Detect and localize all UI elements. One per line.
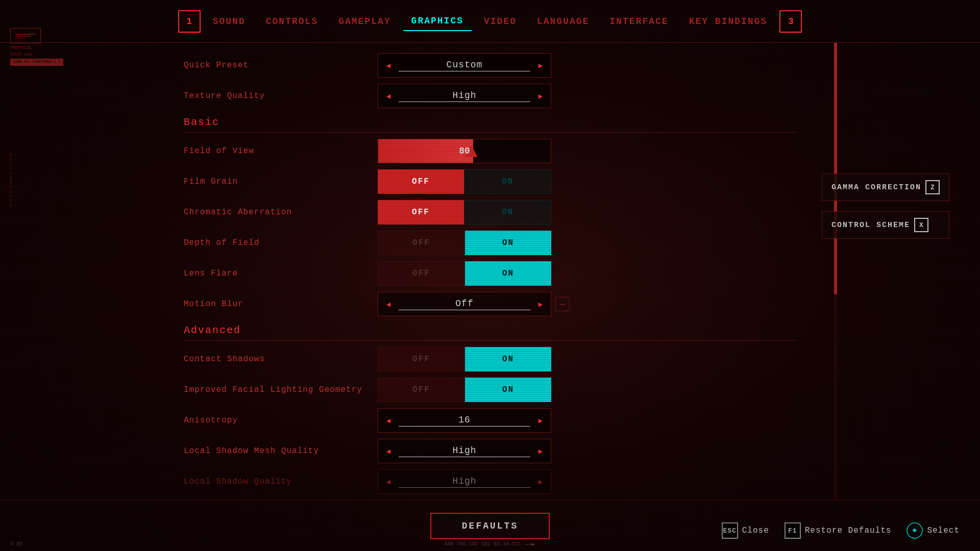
chromatic-aberration-label: Chromatic Aberration [184,208,378,217]
depth-of-field-on[interactable]: ON [465,231,551,255]
anisotropy-row: Anisotropy ◀ 16 ▶ [184,408,796,433]
shadow-mesh-quality-selector[interactable]: ◀ High ▶ [378,439,551,463]
motion-blur-label: Motion Blur [184,299,378,309]
motion-blur-prev[interactable]: ◀ [378,292,399,316]
fov-value: 80 [378,146,551,156]
quick-preset-prev[interactable]: ◀ [378,54,399,77]
gamma-correction-key: Z [925,180,940,194]
quick-preset-row: Quick Preset ◀ Custom ▶ [184,53,796,78]
anisotropy-next[interactable]: ▶ [530,409,551,432]
nav-bracket-right: 3 [779,10,802,33]
shadow-mesh-quality-row: Local Shadow Mesh Quality ◀ High ▶ [184,439,796,463]
film-grain-off[interactable]: OFF [378,169,464,194]
texture-quality-prev[interactable]: ◀ [378,84,399,108]
quick-preset-selector[interactable]: ◀ Custom ▶ [378,53,551,78]
lens-flare-off[interactable]: OFF [378,261,465,286]
facial-lighting-toggle[interactable]: OFF ON [378,378,551,402]
contact-shadows-toggle[interactable]: OFF ON [378,347,551,371]
shadow-quality-control: ◀ High ▶ [378,469,796,494]
lens-flare-control: OFF ON [378,261,796,286]
nav-item-interface[interactable]: INTERFACE [601,12,676,31]
shadow-mesh-quality-value: High [399,445,530,457]
film-grain-toggle[interactable]: OFF ON [378,169,551,194]
svg-rect-2 [15,38,26,39]
select-action[interactable]: ● Select [906,522,960,539]
defaults-button[interactable]: DEFAULTS [430,513,550,539]
fov-row: Field of View 80 [184,139,796,163]
film-grain-on[interactable]: ON [464,169,551,194]
lens-flare-row: Lens Flare OFF ON [184,261,796,286]
action-bar: ESC Close F1 Restore Defaults ● Select [722,510,960,551]
chromatic-aberration-on[interactable]: ON [464,200,551,224]
bottom-center-text: ARR 700 CRC 101 69.10.021 [445,541,521,547]
select-label: Select [927,526,960,535]
left-decoration [10,153,11,500]
facial-lighting-on[interactable]: ON [465,378,551,402]
chromatic-aberration-off[interactable]: OFF [378,200,464,224]
chromatic-aberration-toggle[interactable]: OFF ON [378,200,551,224]
fov-control: 80 [378,139,796,163]
quick-preset-next[interactable]: ▶ [530,54,551,77]
contact-shadows-off[interactable]: OFF [378,347,465,371]
logo-badge: CONN.SEC.CONFIRMED.1.2 [10,59,63,66]
basic-section-header: Basic [184,116,796,133]
shadow-mesh-quality-next[interactable]: ▶ [530,439,551,463]
close-action[interactable]: ESC Close [722,522,769,539]
motion-blur-control: ◀ Off ▶ — [378,292,796,316]
nav-bracket-left: 1 [178,10,201,33]
lens-flare-label: Lens Flare [184,269,378,278]
advanced-section-header: Advanced [184,324,796,341]
fov-slider[interactable]: 80 [378,139,551,163]
minimize-button[interactable]: — [555,297,570,311]
film-grain-control: OFF ON [378,169,796,194]
logo-area: PROTOCOL 6320-A46 CONN.SEC.CONFIRMED.1.2 [10,28,63,66]
nav-item-video[interactable]: VIDEO [476,12,525,31]
contact-shadows-on[interactable]: ON [465,347,551,371]
control-scheme-button[interactable]: CONTROL SCHEME X [822,211,949,239]
shadow-quality-prev[interactable]: ◀ [378,470,399,493]
anisotropy-selector[interactable]: ◀ 16 ▶ [378,408,551,433]
lens-flare-on[interactable]: ON [465,261,551,286]
quick-preset-control: ◀ Custom ▶ [378,53,796,78]
shadow-quality-label: Local Shadow Quality [184,477,378,486]
esc-key: ESC [722,522,738,539]
nav-item-keybindings[interactable]: KEY BINDINGS [681,12,776,31]
depth-of-field-toggle[interactable]: OFF ON [378,231,551,255]
nav-item-controls[interactable]: CONTROLS [258,12,326,31]
scrollbar-track [834,43,837,500]
depth-of-field-off[interactable]: OFF [378,231,465,255]
shadow-quality-selector[interactable]: ◀ High ▶ [378,469,551,494]
restore-defaults-label: Restore Defaults [805,526,892,535]
motion-blur-value: Off [399,298,530,310]
facial-lighting-control: OFF ON [378,378,796,402]
film-grain-label: Film Grain [184,177,378,186]
anisotropy-control: ◀ 16 ▶ [378,408,796,433]
texture-quality-next[interactable]: ▶ [530,84,551,108]
version-info: V 85 [10,541,22,547]
logo-code: 6320-A46 [10,52,63,58]
motion-blur-row: Motion Blur ◀ Off ▶ — [184,292,796,316]
lens-flare-toggle[interactable]: OFF ON [378,261,551,286]
texture-quality-selector[interactable]: ◀ High ▶ [378,84,551,108]
gamma-correction-button[interactable]: GAMMA CORRECTION Z [822,173,949,201]
nav-item-sound[interactable]: SOUND [205,12,254,31]
select-key: ● [906,522,923,539]
shadow-quality-next[interactable]: ▶ [530,470,551,493]
anisotropy-prev[interactable]: ◀ [378,409,399,432]
motion-blur-selector[interactable]: ◀ Off ▶ [378,292,551,316]
facial-lighting-off[interactable]: OFF [378,378,465,402]
anisotropy-label: Anisotropy [184,416,378,425]
restore-defaults-action[interactable]: F1 Restore Defaults [785,522,892,539]
nav-item-gameplay[interactable]: GAMEPLAY [330,12,399,31]
contact-shadows-row: Contact Shadows OFF ON [184,347,796,371]
quick-preset-value: Custom [399,60,530,71]
nav-item-graphics[interactable]: GRAPHICS [403,12,472,31]
nav-item-language[interactable]: LANGUAGE [529,12,597,31]
f1-key: F1 [785,522,801,539]
shadow-mesh-quality-prev[interactable]: ◀ [378,439,399,463]
bottom-center-info: ARR 700 CRC 101 69.10.021 [445,541,535,547]
chromatic-aberration-row: Chromatic Aberration OFF ON [184,200,796,224]
main-scrollbar[interactable] [834,43,837,500]
motion-blur-next[interactable]: ▶ [530,292,551,316]
shadow-mesh-quality-label: Local Shadow Mesh Quality [184,446,378,456]
